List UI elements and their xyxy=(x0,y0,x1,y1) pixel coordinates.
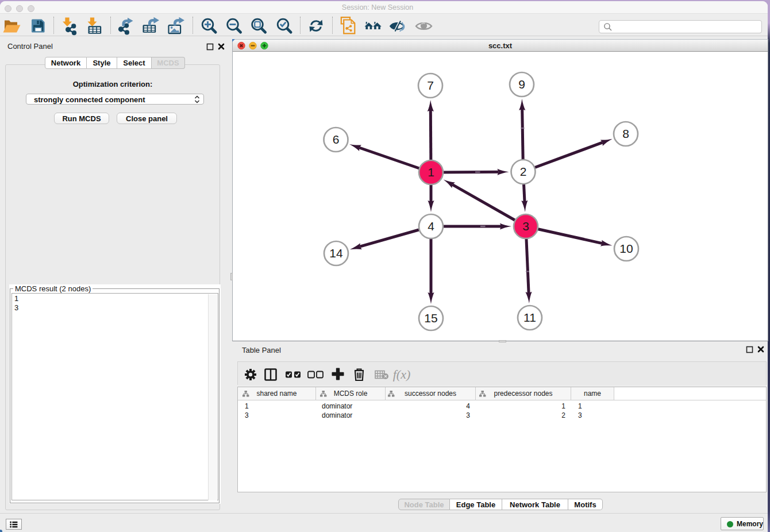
svg-text:6: 6 xyxy=(333,133,340,146)
svg-text:3: 3 xyxy=(522,219,529,233)
svg-text:8: 8 xyxy=(622,127,629,140)
svg-text:4: 4 xyxy=(428,219,434,233)
svg-text:7: 7 xyxy=(427,79,434,92)
svg-text:1: 1 xyxy=(428,165,434,179)
svg-text:15: 15 xyxy=(424,311,437,325)
svg-text:11: 11 xyxy=(523,311,536,324)
svg-text:9: 9 xyxy=(518,78,525,91)
svg-text:14: 14 xyxy=(329,246,343,260)
svg-text:f(x): f(x) xyxy=(393,367,411,381)
svg-text:2: 2 xyxy=(520,165,527,178)
svg-text:10: 10 xyxy=(619,242,633,255)
